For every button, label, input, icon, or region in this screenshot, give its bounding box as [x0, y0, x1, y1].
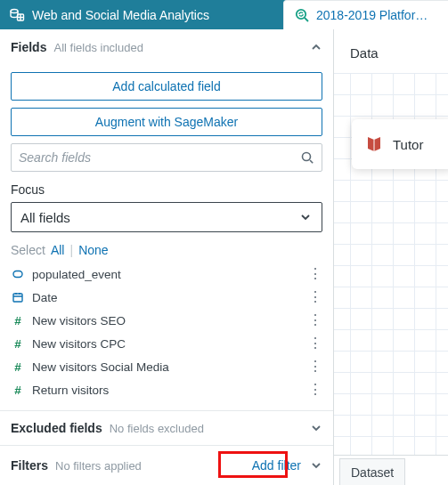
svg-point-0: [11, 9, 18, 12]
tab-dataset[interactable]: Dataset: [339, 458, 405, 485]
focus-select[interactable]: All fields: [11, 202, 322, 232]
add-filter-link[interactable]: Add filter: [252, 458, 301, 473]
search-icon: [300, 150, 314, 165]
field-name: Date: [32, 291, 294, 304]
data-header: Data: [334, 29, 448, 73]
field-menu-icon[interactable]: ⋮: [301, 267, 330, 281]
number-icon: #: [11, 337, 25, 351]
number-icon: #: [11, 360, 25, 374]
augment-sagemaker-button[interactable]: Augment with SageMaker: [11, 108, 322, 136]
tutorial-card[interactable]: Tutor: [352, 119, 448, 169]
fields-section-header[interactable]: Fields All fields included: [0, 29, 333, 65]
search-fields-input-wrap[interactable]: [11, 143, 322, 172]
field-menu-icon[interactable]: ⋮: [301, 360, 330, 374]
excluded-subtitle: No fields excluded: [110, 422, 204, 435]
fields-subtitle: All fields included: [53, 41, 143, 54]
set-icon: [11, 268, 25, 280]
svg-point-2: [297, 10, 305, 19]
chevron-down-icon: [310, 459, 322, 472]
tutorial-icon: [364, 134, 384, 154]
field-name: New visitors SEO: [32, 314, 294, 327]
field-list: populated_event⋮Date⋮#New visitors SEO⋮#…: [0, 263, 333, 403]
svg-rect-4: [13, 271, 22, 278]
field-row[interactable]: Date⋮: [11, 286, 330, 309]
fields-title: Fields: [11, 40, 46, 54]
canvas-grid[interactable]: Tutor: [334, 73, 448, 455]
platform-switcher[interactable]: 2018-2019 Platfor…: [283, 0, 448, 29]
field-menu-icon[interactable]: ⋮: [301, 290, 330, 304]
app-title: Web and Social Media Analytics: [32, 8, 209, 22]
filters-header[interactable]: Filters No filters applied Add filter: [0, 446, 333, 485]
field-name: New visitors CPC: [32, 337, 294, 351]
focus-label: Focus: [11, 182, 322, 197]
field-row[interactable]: populated_event⋮: [11, 263, 330, 286]
field-name: Return visitors: [32, 384, 294, 397]
search-fields-input[interactable]: [19, 150, 300, 165]
field-row[interactable]: #New visitors SEO⋮: [11, 309, 330, 332]
chevron-down-icon: [298, 210, 313, 224]
topbar: Web and Social Media Analytics 2018-2019…: [0, 0, 448, 29]
add-calculated-field-button[interactable]: Add calculated field: [11, 72, 322, 101]
select-none-link[interactable]: None: [78, 243, 108, 257]
svg-point-3: [303, 153, 311, 161]
dataset-icon: [9, 7, 25, 23]
excluded-title: Excluded fields: [11, 421, 102, 435]
number-icon: #: [11, 384, 25, 397]
field-name: populated_event: [32, 268, 294, 281]
excluded-fields-header[interactable]: Excluded fields No fields excluded: [0, 410, 333, 446]
platform-label: 2018-2019 Platfor…: [316, 8, 439, 22]
field-row[interactable]: #New visitors Social Media⋮: [11, 355, 330, 378]
svg-rect-5: [13, 294, 22, 302]
bottom-tabs: Dataset: [334, 455, 448, 485]
right-panel: Data Tutor Dataset: [334, 29, 448, 485]
field-menu-icon[interactable]: ⋮: [301, 383, 330, 397]
field-row[interactable]: #Return visitors⋮: [11, 378, 330, 401]
number-icon: #: [11, 314, 25, 327]
tutorial-label: Tutor: [393, 137, 423, 152]
left-panel: Fields All fields included Add calculate…: [0, 29, 334, 485]
focus-value: All fields: [20, 210, 70, 225]
refresh-icon: [293, 6, 311, 24]
filters-subtitle: No filters applied: [55, 459, 142, 473]
date-icon: [11, 291, 25, 303]
field-menu-icon[interactable]: ⋮: [301, 313, 330, 327]
chevron-up-icon: [310, 41, 322, 53]
field-row[interactable]: #New visitors CPC⋮: [11, 332, 330, 355]
chevron-down-icon: [310, 422, 322, 434]
field-name: New visitors Social Media: [32, 360, 294, 374]
select-all-link[interactable]: All: [51, 243, 65, 257]
topbar-left: Web and Social Media Analytics: [0, 0, 283, 29]
field-menu-icon[interactable]: ⋮: [301, 336, 330, 351]
select-all-none-row: Select All | None: [0, 239, 333, 263]
filters-title: Filters: [11, 458, 48, 473]
select-label: Select: [11, 243, 45, 257]
